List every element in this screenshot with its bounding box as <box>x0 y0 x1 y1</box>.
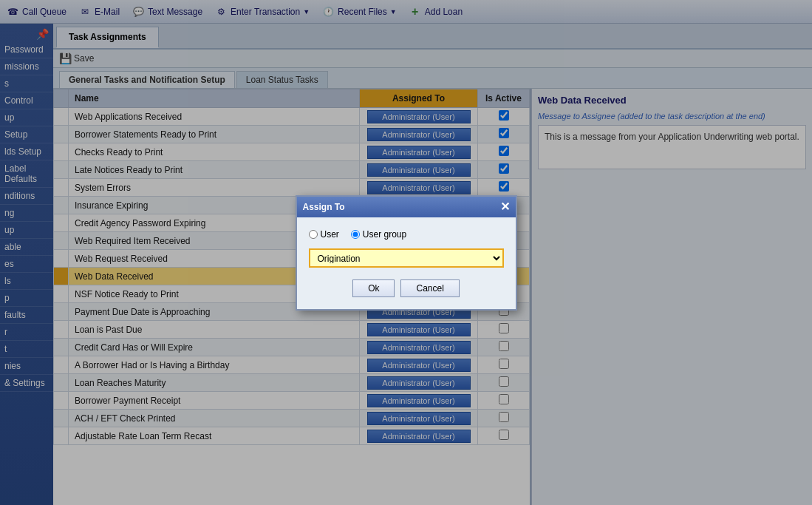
radio-user-text: User <box>321 229 339 240</box>
modal-cancel-button[interactable]: Cancel <box>400 279 459 297</box>
radio-user-label[interactable]: User <box>309 229 339 240</box>
modal-title: Assign To <box>303 202 345 212</box>
radio-group-label[interactable]: User group <box>351 229 406 240</box>
modal-ok-button[interactable]: Ok <box>352 279 395 297</box>
modal-close-button[interactable]: ✕ <box>500 201 510 213</box>
modal-group-select[interactable]: Origination Administrators Loan Officers <box>309 248 504 268</box>
modal-body: User User group Origination Administrato… <box>297 217 516 309</box>
modal-titlebar: Assign To ✕ <box>297 197 516 217</box>
modal-radio-group: User User group <box>309 229 504 240</box>
radio-group[interactable] <box>351 230 360 239</box>
assign-to-modal: Assign To ✕ User User group Origination … <box>296 195 517 311</box>
modal-overlay: Assign To ✕ User User group Origination … <box>0 0 812 505</box>
modal-buttons: Ok Cancel <box>309 279 504 297</box>
radio-user[interactable] <box>309 230 318 239</box>
radio-group-text: User group <box>363 229 406 240</box>
modal-select-row: Origination Administrators Loan Officers <box>309 248 504 268</box>
